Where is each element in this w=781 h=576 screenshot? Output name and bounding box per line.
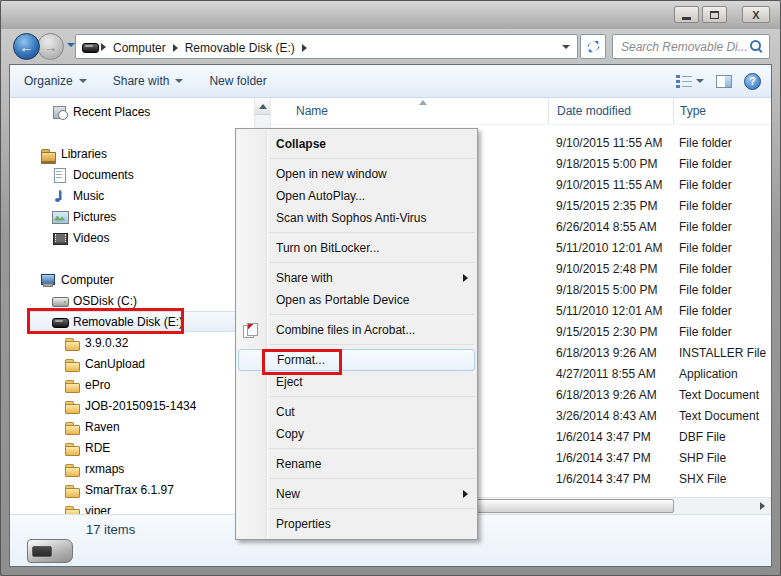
help-button[interactable] (744, 73, 761, 90)
menu-separator (270, 448, 474, 449)
sidebar-item-libraries[interactable]: Libraries (10, 143, 254, 164)
folder-icon (64, 377, 80, 393)
music-icon (52, 188, 68, 204)
menu-item-turn-on-bitlocker[interactable]: Turn on BitLocker... (236, 237, 477, 259)
sidebar-item-canupload[interactable]: CanUpload (10, 353, 254, 374)
menu-item-open-in-new-window[interactable]: Open in new window (236, 163, 477, 185)
scroll-right-icon (760, 502, 765, 510)
recent-pages-dropdown[interactable] (67, 43, 75, 47)
usb-drive-icon (27, 537, 73, 563)
sidebar-item-smartrax-6-1-97[interactable]: SmarTrax 6.1.97 (10, 479, 254, 500)
close-icon: X (752, 9, 759, 21)
search-icon[interactable] (750, 40, 763, 53)
sidebar-item-computer[interactable]: Computer (10, 269, 254, 290)
sidebar-item-viper[interactable]: viper (10, 500, 254, 514)
chevron-down-icon (175, 79, 183, 83)
folder-icon (64, 461, 80, 477)
sidebar-item-job-20150915-1434[interactable]: JOB-20150915-1434 (10, 395, 254, 416)
menu-item-copy[interactable]: Copy (236, 423, 477, 445)
pictures-icon (52, 209, 68, 225)
menu-item-eject[interactable]: Eject (236, 371, 477, 393)
menu-item-combine-files-in-acrobat[interactable]: Combine files in Acrobat... (236, 319, 477, 341)
menu-item-new[interactable]: New (236, 483, 477, 505)
menu-item-format[interactable]: Format... (238, 349, 475, 371)
breadcrumb-item-removable-disk-e[interactable]: Removable Disk (E:) (185, 41, 295, 55)
folder-icon (64, 335, 80, 351)
sidebar-item-recent-places[interactable]: Recent Places (10, 101, 254, 122)
sidebar-item-rxmaps[interactable]: rxmaps (10, 458, 254, 479)
back-arrow-icon: ← (20, 39, 34, 55)
breadcrumb: ComputerRemovable Disk (E:) (109, 38, 310, 56)
views-icon (676, 75, 692, 88)
sidebar-item-osdisk-c[interactable]: OSDisk (C:) (10, 290, 254, 311)
forward-button[interactable]: → (37, 33, 64, 60)
menu-separator (270, 396, 474, 397)
breadcrumb-arrow-icon (173, 44, 178, 52)
folder-icon (64, 419, 80, 435)
scroll-up-icon (259, 104, 267, 109)
menu-separator (270, 508, 474, 509)
search-input[interactable] (619, 39, 750, 55)
command-toolbar: OrganizeShare withNew folder (10, 65, 771, 98)
sidebar-item-pictures[interactable]: Pictures (10, 206, 254, 227)
menu-item-open-as-portable-device[interactable]: Open as Portable Device (236, 289, 477, 311)
folder-icon (64, 482, 80, 498)
address-dropdown-icon[interactable] (562, 45, 570, 49)
menu-item-cut[interactable]: Cut (236, 401, 477, 423)
toolbar-button-organize[interactable]: Organize (24, 74, 87, 88)
menu-item-collapse[interactable]: Collapse (236, 133, 477, 155)
menu-separator (270, 344, 474, 345)
computer-icon (40, 272, 56, 288)
folder-icon (64, 398, 80, 414)
submenu-arrow-icon (463, 274, 468, 282)
videos-icon (52, 230, 68, 246)
column-header-date-modified[interactable]: Date modified (548, 98, 673, 124)
column-headers: Name Date modified Type (271, 98, 771, 125)
refresh-icon (586, 39, 601, 54)
items-count-label: 17 items (86, 522, 135, 537)
column-header-name[interactable]: Name (271, 98, 548, 124)
menu-item-scan-with-sophos-anti-virus[interactable]: Scan with Sophos Anti-Virus (236, 207, 477, 229)
preview-pane-button[interactable] (716, 75, 732, 88)
scrollbar-up-button[interactable] (255, 98, 270, 115)
sidebar-item-raven[interactable]: Raven (10, 416, 254, 437)
sidebar-item-music[interactable]: Music (10, 185, 254, 206)
menu-item-rename[interactable]: Rename (236, 453, 477, 475)
removable-drive-icon (52, 314, 68, 330)
explorer-window: X ← → ComputerRemovable Disk (E:) Organi… (0, 0, 781, 576)
menu-item-share-with[interactable]: Share with (236, 267, 477, 289)
folder-icon (64, 440, 80, 456)
search-box[interactable] (612, 34, 770, 59)
back-button[interactable]: ← (13, 33, 40, 60)
acrobat-icon (243, 322, 259, 338)
hard-drive-icon (52, 293, 68, 309)
title-bar[interactable]: X (1, 1, 780, 29)
navigation-bar: ← → ComputerRemovable Disk (E:) (1, 29, 780, 65)
address-bar[interactable]: ComputerRemovable Disk (E:) (75, 34, 578, 59)
sidebar-item-documents[interactable]: Documents (10, 164, 254, 185)
scroll-right-button[interactable] (754, 498, 771, 514)
recent-places-icon (52, 104, 68, 120)
close-button[interactable]: X (742, 6, 770, 23)
breadcrumb-arrow-icon (101, 43, 106, 51)
maximize-button[interactable] (702, 6, 727, 23)
column-header-type[interactable]: Type (673, 98, 771, 124)
menu-separator (270, 478, 474, 479)
sidebar-item-rde[interactable]: RDE (10, 437, 254, 458)
sidebar-item-3-9-0-32[interactable]: 3.9.0.32 (10, 332, 254, 353)
menu-separator (270, 262, 474, 263)
toolbar-button-new-folder[interactable]: New folder (209, 74, 266, 88)
toolbar-button-share-with[interactable]: Share with (113, 74, 184, 88)
menu-item-open-autoplay[interactable]: Open AutoPlay... (236, 185, 477, 207)
breadcrumb-item-computer[interactable]: Computer (113, 41, 166, 55)
minimize-button[interactable] (674, 6, 699, 23)
change-view-button[interactable] (676, 75, 704, 88)
refresh-button[interactable] (580, 34, 606, 59)
menu-item-properties[interactable]: Properties (236, 513, 477, 535)
sidebar-item-videos[interactable]: Videos (10, 227, 254, 248)
sidebar-item-removable-disk-e[interactable]: Removable Disk (E:) (10, 311, 254, 332)
sidebar-item-epro[interactable]: ePro (10, 374, 254, 395)
tree-gap (10, 248, 254, 269)
toolbar-buttons: OrganizeShare withNew folder (24, 74, 293, 88)
tree-gap (10, 122, 254, 143)
